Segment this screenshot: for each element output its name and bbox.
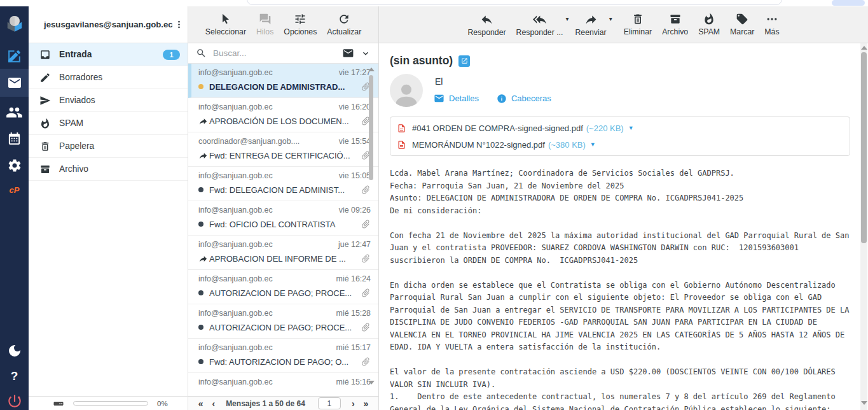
browser-address-bar bbox=[247, 0, 782, 5]
message-sender: info@sanjuan.gob.ec bbox=[198, 68, 334, 77]
cpanel-icon[interactable]: cP bbox=[0, 181, 29, 198]
message-row[interactable]: info@sanjuan.gob.ecvie 09:26 Fwd: OFICIO… bbox=[188, 201, 378, 236]
message-row[interactable]: info@sanjuan.gob.ecmié 16:24 AUTORIZACIO… bbox=[188, 270, 378, 304]
attachment-item[interactable]: #041 ORDEN DE COMPRA-signed-signed.pdf (… bbox=[390, 120, 850, 136]
search-scope-mail-icon[interactable] bbox=[342, 47, 354, 59]
next-page-button[interactable]: › bbox=[352, 399, 355, 408]
browser-chrome-strip bbox=[0, 0, 868, 6]
folder-item-trash[interactable]: Papelera bbox=[29, 135, 188, 158]
mail-scrollbar-thumb[interactable] bbox=[861, 52, 867, 243]
mail-nav-button[interactable] bbox=[0, 69, 29, 97]
message-row[interactable]: info@sanjuan.gob.ecmié 15:28 AUTORIZACIO… bbox=[188, 304, 378, 339]
message-sender: info@sanjuan.gob.ec bbox=[198, 102, 334, 111]
folder-label: Archivo bbox=[59, 164, 188, 174]
threads-button[interactable]: Hilos bbox=[256, 13, 273, 36]
message-row[interactable]: coordinador@sanjuan.gob....vie 15:54 Fwd… bbox=[188, 132, 378, 167]
refresh-button[interactable]: Actualizar bbox=[327, 13, 361, 36]
delete-button[interactable]: Eliminar bbox=[624, 13, 652, 36]
mail-scroll-down-arrow[interactable] bbox=[861, 401, 867, 405]
mail-toolbar: Responder Responder ... ▾ Reenviar ▾ Eli… bbox=[379, 6, 868, 43]
account-menu-button[interactable] bbox=[173, 20, 185, 29]
logout-button[interactable] bbox=[0, 390, 29, 410]
more-button[interactable]: Más bbox=[764, 13, 779, 36]
message-row[interactable]: info@sanjuan.gob.ecvie 16:20 APROBACIÓN … bbox=[188, 98, 378, 132]
unread-dot-icon[interactable] bbox=[198, 222, 209, 227]
settings-nav-button[interactable] bbox=[0, 154, 29, 177]
search-input[interactable] bbox=[213, 48, 342, 58]
trash-icon bbox=[39, 141, 51, 152]
folder-item-sent[interactable]: Enviados bbox=[29, 89, 188, 112]
message-row[interactable]: info@sanjuan.gob.ecvie 15:05 Fwd: DELEGA… bbox=[188, 167, 378, 201]
folder-item-spam[interactable]: SPAM bbox=[29, 112, 188, 135]
attachment-menu-caret[interactable]: ▼ bbox=[628, 125, 634, 131]
unread-dot-icon[interactable] bbox=[198, 290, 209, 295]
message-subject-title: (sin asunto) bbox=[390, 54, 453, 67]
archive-button[interactable]: Archivo bbox=[662, 13, 688, 36]
paperclip-icon bbox=[361, 219, 371, 229]
forward-dropdown-caret[interactable]: ▾ bbox=[609, 15, 612, 22]
compose-button[interactable] bbox=[0, 45, 29, 67]
reply-all-button[interactable]: Responder ... bbox=[516, 13, 563, 37]
help-button[interactable]: ? bbox=[0, 367, 29, 386]
contacts-nav-button[interactable] bbox=[0, 101, 29, 124]
attachment-menu-caret[interactable]: ▼ bbox=[590, 141, 596, 148]
send-icon bbox=[39, 95, 51, 106]
folder-item-inbox[interactable]: Entrada 1 bbox=[29, 43, 188, 66]
headers-label: Cabeceras bbox=[511, 94, 551, 103]
sender-avatar bbox=[390, 74, 423, 107]
message-sender: info@sanjuan.gob.ec bbox=[198, 378, 331, 386]
cpanel-glyph: cP bbox=[10, 185, 20, 195]
list-scroll-down-arrow[interactable] bbox=[368, 381, 375, 385]
browser-profile-button bbox=[832, 0, 865, 6]
calendar-nav-button[interactable] bbox=[0, 127, 29, 150]
headers-link[interactable]: Cabeceras bbox=[497, 94, 551, 104]
list-scrollbar-thumb[interactable] bbox=[369, 75, 373, 180]
attachment-item[interactable]: MEMORÁNDUM N°1022-signed.pdf (~380 KB) ▼ bbox=[390, 136, 850, 153]
mail-scroll-up-arrow[interactable] bbox=[861, 46, 867, 50]
dark-mode-button[interactable] bbox=[0, 339, 29, 362]
first-page-button[interactable]: « bbox=[198, 399, 203, 408]
pdf-file-icon bbox=[397, 124, 406, 133]
folder-item-archive[interactable]: Archivo bbox=[29, 158, 188, 181]
message-row[interactable]: info@sanjuan.gob.ecmié 15:17 Fwd: AUTORI… bbox=[188, 339, 378, 373]
app-sidebar: cP ? bbox=[0, 6, 29, 410]
unread-flag-icon[interactable] bbox=[198, 84, 209, 89]
page-number-input[interactable]: 1 bbox=[318, 397, 341, 409]
message-row[interactable]: info@sanjuan.gob.ecvie 17:27 DELEGACION … bbox=[188, 64, 378, 98]
sender-name: El bbox=[435, 76, 443, 87]
message-list-panel: Seleccionar Hilos Opciones Actualizar bbox=[188, 6, 379, 410]
delete-label: Eliminar bbox=[624, 27, 652, 36]
last-page-button[interactable]: » bbox=[364, 399, 369, 408]
reply-all-dropdown-caret[interactable]: ▾ bbox=[565, 15, 568, 22]
forward-button[interactable]: Reenviar bbox=[575, 13, 606, 37]
paperclip-icon bbox=[361, 185, 371, 195]
reply-button[interactable]: Responder bbox=[467, 13, 506, 37]
message-date: vie 15:05 bbox=[339, 171, 371, 180]
message-sender: coordinador@sanjuan.gob.... bbox=[198, 137, 334, 146]
spam-button[interactable]: SPAM bbox=[698, 13, 720, 36]
threads-icon bbox=[259, 13, 272, 25]
open-in-new-window-button[interactable] bbox=[458, 55, 470, 67]
message-date: mié 16:24 bbox=[336, 274, 371, 283]
select-button[interactable]: Seleccionar bbox=[205, 13, 246, 36]
unread-dot-icon[interactable] bbox=[198, 359, 209, 364]
unread-dot-icon[interactable] bbox=[198, 325, 209, 330]
flame-icon bbox=[703, 13, 715, 25]
details-link[interactable]: Detalles bbox=[434, 93, 479, 104]
forward-icon bbox=[584, 13, 598, 26]
unread-dot-icon[interactable] bbox=[198, 187, 209, 192]
message-row[interactable]: info@sanjuan.gob.ecjue 12:47 APROBACION … bbox=[188, 236, 378, 270]
refresh-label: Actualizar bbox=[327, 27, 361, 36]
pagination-label: Mensajes 1 a 50 de 64 bbox=[226, 399, 305, 408]
message-sender: info@sanjuan.gob.ec bbox=[198, 240, 333, 249]
options-button[interactable]: Opciones bbox=[284, 13, 317, 36]
search-options-chevron-icon[interactable] bbox=[361, 48, 371, 59]
list-scroll-up-arrow[interactable] bbox=[368, 67, 375, 71]
message-sender: info@sanjuan.gob.ec bbox=[198, 171, 334, 180]
pagination-bar: « ‹ Mensajes 1 a 50 de 64 1 › » bbox=[188, 396, 378, 410]
prev-page-button[interactable]: ‹ bbox=[212, 399, 215, 408]
message-row[interactable]: info@sanjuan.gob.ecmié 15:16 bbox=[188, 373, 378, 396]
folder-item-drafts[interactable]: Borradores bbox=[29, 66, 188, 89]
mark-button[interactable]: Marcar bbox=[730, 13, 754, 36]
message-date: jue 12:47 bbox=[338, 240, 371, 249]
